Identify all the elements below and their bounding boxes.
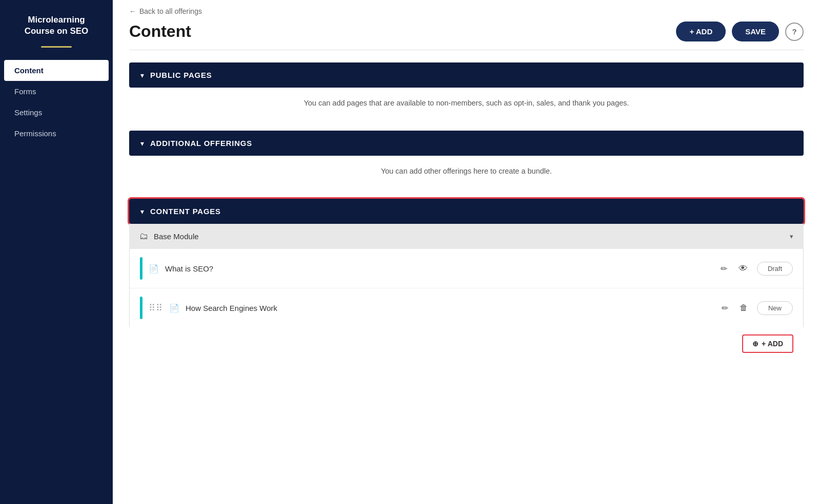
module-container: 🗂 Base Module ▾ 📄 What is SEO? ✏	[129, 224, 804, 360]
edit-icon: ✏	[721, 264, 727, 274]
sidebar-nav: Content Forms Settings Permissions	[0, 60, 113, 144]
add-content-button[interactable]: ⊕ + ADD	[742, 334, 793, 353]
header-actions: + ADD SAVE ?	[676, 22, 804, 41]
sidebar-item-content[interactable]: Content	[4, 60, 109, 81]
save-button[interactable]: SAVE	[732, 22, 779, 41]
page-title: Content	[129, 22, 191, 41]
edit-button[interactable]: ✏	[720, 301, 730, 315]
table-row: ⠿⠿ 📄 How Search Engines Work ✏ 🗑 New	[130, 288, 803, 327]
plus-circle-icon: ⊕	[752, 340, 758, 348]
document-icon: 📄	[169, 303, 179, 313]
additional-offerings-chevron-icon: ▾	[140, 139, 144, 148]
module-header[interactable]: 🗂 Base Module ▾	[129, 224, 804, 249]
edit-icon: ✏	[722, 303, 728, 313]
public-pages-title: PUBLIC PAGES	[150, 71, 212, 79]
content-pages-chevron-icon: ▾	[140, 207, 144, 216]
item-accent-bar	[140, 297, 142, 319]
item-actions: ✏ 🗑 New	[720, 301, 793, 315]
folder-icon: 🗂	[139, 231, 149, 242]
public-pages-description: You can add pages that are available to …	[129, 88, 804, 118]
trash-icon: 🗑	[740, 303, 748, 312]
additional-offerings-section-bar[interactable]: ▾ ADDITIONAL OFFERINGS	[129, 131, 804, 156]
sidebar-item-forms[interactable]: Forms	[0, 81, 113, 102]
additional-offerings-description: You can add other offerings here to crea…	[129, 156, 804, 186]
add-btn-row: ⊕ + ADD	[129, 327, 804, 360]
back-arrow-icon: ←	[129, 7, 136, 15]
content-pages-title: CONTENT PAGES	[150, 207, 221, 216]
content-items-list: 📄 What is SEO? ✏ 👁 Draft	[129, 249, 804, 327]
sidebar-divider	[41, 46, 72, 48]
status-badge: New	[757, 301, 793, 315]
delete-button[interactable]: 🗑	[737, 301, 750, 314]
item-title: How Search Engines Work	[186, 304, 713, 312]
sidebar-item-permissions[interactable]: Permissions	[0, 123, 113, 144]
back-link[interactable]: ← Back to all offerings	[129, 7, 804, 15]
eye-icon: 👁	[739, 263, 748, 274]
header-row: Content + ADD SAVE ?	[129, 22, 804, 50]
preview-button[interactable]: 👁	[736, 261, 750, 276]
sidebar-title: Microlearning Course on SEO	[0, 14, 113, 46]
add-content-label: + ADD	[762, 340, 783, 348]
drag-handle-icon[interactable]: ⠿⠿	[149, 302, 163, 313]
item-actions: ✏ 👁 Draft	[719, 261, 793, 276]
table-row: 📄 What is SEO? ✏ 👁 Draft	[130, 249, 803, 288]
document-icon: 📄	[149, 264, 159, 274]
back-link-label: Back to all offerings	[139, 7, 202, 15]
content-pages-section-bar[interactable]: ▾ CONTENT PAGES	[129, 199, 804, 224]
item-title: What is SEO?	[165, 264, 712, 273]
help-button[interactable]: ?	[785, 23, 804, 41]
add-button[interactable]: + ADD	[676, 22, 726, 41]
content-body: ▾ PUBLIC PAGES You can add pages that ar…	[113, 50, 820, 372]
module-header-left: 🗂 Base Module	[139, 231, 199, 242]
main-content: ← Back to all offerings Content + ADD SA…	[113, 0, 820, 504]
module-title: Base Module	[154, 232, 199, 241]
public-pages-section-bar[interactable]: ▾ PUBLIC PAGES	[129, 62, 804, 88]
module-chevron-icon: ▾	[790, 233, 793, 240]
public-pages-chevron-icon: ▾	[140, 71, 144, 79]
sidebar-item-settings[interactable]: Settings	[0, 102, 113, 123]
additional-offerings-title: ADDITIONAL OFFERINGS	[150, 139, 252, 148]
edit-button[interactable]: ✏	[719, 262, 729, 276]
sidebar: Microlearning Course on SEO Content Form…	[0, 0, 113, 504]
status-badge: Draft	[757, 262, 793, 276]
page-header: ← Back to all offerings Content + ADD SA…	[113, 0, 820, 50]
item-accent-bar	[140, 257, 142, 280]
